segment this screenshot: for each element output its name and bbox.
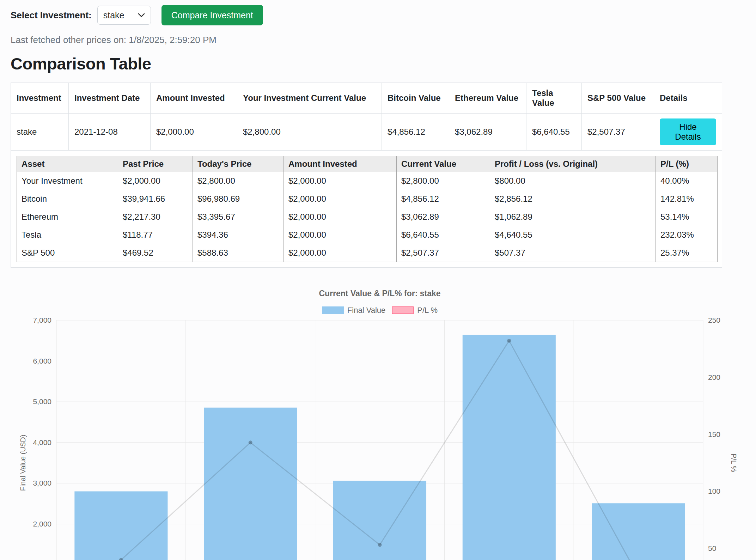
svg-text:P/L %: P/L % xyxy=(730,454,738,472)
svg-text:100: 100 xyxy=(708,487,720,495)
cell-amount-invested: $2,000.00 xyxy=(151,114,237,151)
cell-pl-pct: 142.81% xyxy=(656,190,718,208)
table-row: Your Investment $2,000.00 $2,800.00 $2,0… xyxy=(17,172,718,190)
cell-asset: S&P 500 xyxy=(17,244,118,262)
cell-details: Hide Details xyxy=(654,114,722,151)
cell-tesla-value: $6,640.55 xyxy=(526,114,582,151)
chart-canvas: 2,0003,0004,0005,0006,0007,0005010015020… xyxy=(11,281,756,560)
table-row: Ethereum $2,217.30 $3,395.67 $2,000.00 $… xyxy=(17,208,718,226)
controls-row: Select Investment: stake Compare Investm… xyxy=(11,5,756,25)
svg-text:7,000: 7,000 xyxy=(33,316,51,324)
col-header-todays-price: Today's Price xyxy=(193,156,284,172)
last-fetched-text: Last fetched other prices on: 1/8/2025, … xyxy=(11,35,756,45)
cell-past-price: $469.52 xyxy=(118,244,193,262)
cell-asset: Bitcoin xyxy=(17,190,118,208)
cell-asset: Ethereum xyxy=(17,208,118,226)
svg-text:2,000: 2,000 xyxy=(33,520,51,528)
svg-text:6,000: 6,000 xyxy=(33,357,51,365)
svg-text:5,000: 5,000 xyxy=(33,397,51,406)
svg-text:4,000: 4,000 xyxy=(33,438,51,446)
cell-amount: $2,000.00 xyxy=(284,190,397,208)
cell-profit-loss: $1,062.89 xyxy=(490,208,656,226)
col-header-past-price: Past Price xyxy=(118,156,193,172)
cell-current: $4,856.12 xyxy=(397,190,490,208)
cell-ethereum-value: $3,062.89 xyxy=(449,114,526,151)
cell-todays-price: $394.36 xyxy=(193,226,284,244)
col-header-sp500-value: S&P 500 Value xyxy=(582,83,654,114)
table-row: Bitcoin $39,941.66 $96,980.69 $2,000.00 … xyxy=(17,190,718,208)
cell-profit-loss: $800.00 xyxy=(490,172,656,190)
cell-amount: $2,000.00 xyxy=(284,172,397,190)
cell-amount: $2,000.00 xyxy=(284,208,397,226)
investment-select[interactable]: stake xyxy=(97,6,151,25)
col-header-investment-date: Investment Date xyxy=(69,83,151,114)
svg-text:50: 50 xyxy=(708,544,716,552)
col-header-pl-pct: P/L (%) xyxy=(656,156,718,172)
cell-past-price: $118.77 xyxy=(118,226,193,244)
col-header-investment: Investment xyxy=(11,83,69,114)
cell-pl-pct: 53.14% xyxy=(656,208,718,226)
cell-todays-price: $3,395.67 xyxy=(193,208,284,226)
cell-asset: Tesla xyxy=(17,226,118,244)
cell-past-price: $2,000.00 xyxy=(118,172,193,190)
comparison-header-row: Investment Investment Date Amount Invest… xyxy=(11,83,722,114)
cell-amount: $2,000.00 xyxy=(284,226,397,244)
cell-profit-loss: $4,640.55 xyxy=(490,226,656,244)
col-header-amount-invested: Amount Invested xyxy=(151,83,237,114)
table-row: Tesla $118.77 $394.36 $2,000.00 $6,640.5… xyxy=(17,226,718,244)
cell-past-price: $39,941.66 xyxy=(118,190,193,208)
cell-profit-loss: $507.37 xyxy=(490,244,656,262)
cell-sp500-value: $2,507.37 xyxy=(582,114,654,151)
cell-current: $2,507.37 xyxy=(397,244,490,262)
hide-details-button[interactable]: Hide Details xyxy=(660,118,716,145)
cell-investment: stake xyxy=(11,114,69,151)
cell-pl-pct: 232.03% xyxy=(656,226,718,244)
col-header-details: Details xyxy=(654,83,722,114)
col-header-tesla-value: Tesla Value xyxy=(526,83,582,114)
select-investment-label: Select Investment: xyxy=(11,10,92,21)
cell-past-price: $2,217.30 xyxy=(118,208,193,226)
page-title: Comparison Table xyxy=(11,54,756,73)
cell-asset: Your Investment xyxy=(17,172,118,190)
cell-current-value: $2,800.00 xyxy=(237,114,382,151)
cell-pl-pct: 25.37% xyxy=(656,244,718,262)
col-header-bitcoin-value: Bitcoin Value xyxy=(382,83,449,114)
cell-current: $2,800.00 xyxy=(397,172,490,190)
svg-text:Final Value (USD): Final Value (USD) xyxy=(19,435,27,491)
col-header-profit-loss: Profit / Loss (vs. Original) xyxy=(490,156,656,172)
page: Select Investment: stake Compare Investm… xyxy=(0,0,756,560)
svg-text:200: 200 xyxy=(708,373,720,381)
cell-investment-date: 2021-12-08 xyxy=(69,114,151,151)
cell-profit-loss: $2,856.12 xyxy=(490,190,656,208)
svg-text:150: 150 xyxy=(708,430,720,438)
cell-todays-price: $2,800.00 xyxy=(193,172,284,190)
cell-pl-pct: 40.00% xyxy=(656,172,718,190)
details-cell-container: Asset Past Price Today's Price Amount In… xyxy=(11,151,722,268)
table-row: stake 2021-12-08 $2,000.00 $2,800.00 $4,… xyxy=(11,114,722,151)
svg-text:250: 250 xyxy=(708,316,720,324)
details-table: Asset Past Price Today's Price Amount In… xyxy=(17,156,718,262)
compare-investment-button[interactable]: Compare Investment xyxy=(161,5,263,25)
col-header-current: Current Value xyxy=(397,156,490,172)
investment-select-value: stake xyxy=(103,10,124,20)
cell-current: $3,062.89 xyxy=(397,208,490,226)
cell-current: $6,640.55 xyxy=(397,226,490,244)
cell-todays-price: $96,980.69 xyxy=(193,190,284,208)
col-header-current-value: Your Investment Current Value xyxy=(237,83,382,114)
chevron-down-icon xyxy=(138,13,145,17)
col-header-amount: Amount Invested xyxy=(284,156,397,172)
cell-todays-price: $588.63 xyxy=(193,244,284,262)
col-header-asset: Asset xyxy=(17,156,118,172)
svg-text:3,000: 3,000 xyxy=(33,479,51,487)
cell-bitcoin-value: $4,856.12 xyxy=(382,114,449,151)
details-row: Asset Past Price Today's Price Amount In… xyxy=(11,151,722,268)
col-header-ethereum-value: Ethereum Value xyxy=(449,83,526,114)
chart: Current Value & P/L% for: stake Final Va… xyxy=(11,281,756,560)
details-header-row: Asset Past Price Today's Price Amount In… xyxy=(17,156,718,172)
cell-amount: $2,000.00 xyxy=(284,244,397,262)
table-row: S&P 500 $469.52 $588.63 $2,000.00 $2,507… xyxy=(17,244,718,262)
comparison-table: Investment Investment Date Amount Invest… xyxy=(11,83,722,268)
